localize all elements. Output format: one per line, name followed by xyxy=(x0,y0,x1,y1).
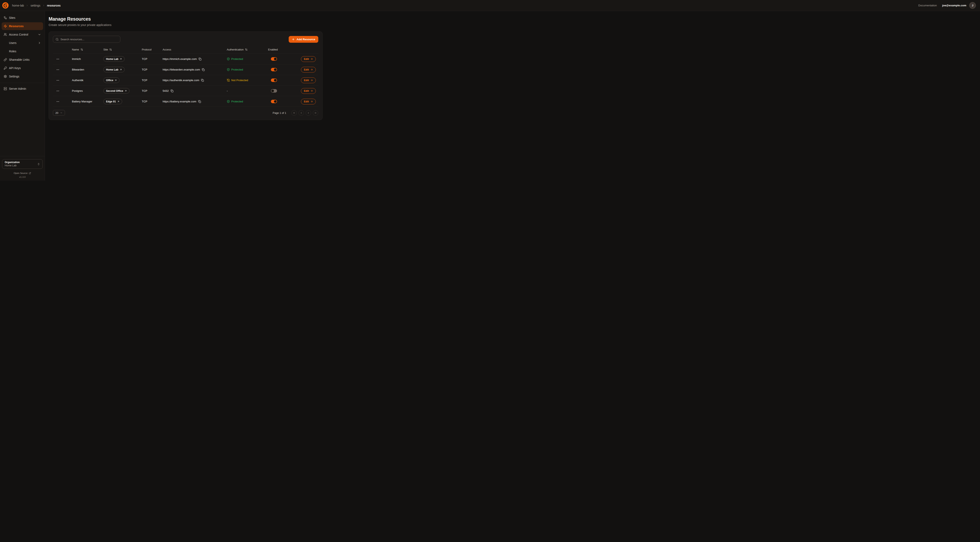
sidebar-item-resources[interactable]: Resources xyxy=(2,22,43,30)
arrow-right-icon xyxy=(310,68,313,71)
users-icon xyxy=(4,33,7,36)
page-info: Page 1 of 1 xyxy=(273,112,286,115)
resource-name: Authentik xyxy=(72,79,103,82)
shield-check-icon xyxy=(227,57,230,61)
organization-selector[interactable]: Organization Home Lab xyxy=(2,159,43,169)
arrow-up-right-icon xyxy=(117,100,119,103)
add-resource-button[interactable]: Add Resource xyxy=(289,36,318,43)
ellipsis-icon xyxy=(56,89,59,92)
resource-name: Immich xyxy=(72,57,103,61)
enabled-toggle[interactable] xyxy=(271,78,277,82)
edit-button[interactable]: Edit xyxy=(301,99,316,104)
search-input[interactable] xyxy=(60,38,118,41)
previous-page-button[interactable] xyxy=(299,110,304,116)
site-link-button[interactable]: Home Lab xyxy=(103,67,125,72)
link-icon xyxy=(4,58,7,61)
ellipsis-icon xyxy=(56,79,59,82)
row-menu-button[interactable] xyxy=(55,88,60,94)
last-page-button[interactable] xyxy=(313,110,318,116)
edit-button[interactable]: Edit xyxy=(301,88,316,94)
search-icon xyxy=(56,38,59,41)
resource-name: Bitwarden xyxy=(72,68,103,71)
sidebar-item-label: Users xyxy=(9,41,16,45)
sidebar-item-server-admin[interactable]: Server Admin xyxy=(2,85,43,92)
ellipsis-icon xyxy=(56,57,59,61)
enabled-toggle[interactable] xyxy=(271,68,277,71)
sidebar-item-label: Access Control xyxy=(9,33,28,36)
copy-icon[interactable] xyxy=(202,68,205,71)
pagination: Page 1 of 1 xyxy=(273,110,318,116)
sidebar: Sites Resources Access Control Users Rol… xyxy=(0,11,45,181)
plus-icon xyxy=(292,38,295,41)
organization-value: Home Lab xyxy=(5,164,20,167)
sidebar-item-api-keys[interactable]: API Keys xyxy=(2,64,43,72)
edit-button[interactable]: Edit xyxy=(301,78,316,83)
copy-icon[interactable] xyxy=(199,57,201,61)
row-menu-button[interactable] xyxy=(55,78,60,83)
enabled-toggle[interactable] xyxy=(271,89,277,92)
sort-icon[interactable] xyxy=(81,48,83,51)
chevron-down-icon xyxy=(38,33,41,36)
open-source-link[interactable]: Open Source xyxy=(2,172,43,174)
top-bar: home-lab settings resources Documentatio… xyxy=(0,0,327,11)
breadcrumb-org[interactable]: home-lab xyxy=(12,4,24,7)
enabled-toggle[interactable] xyxy=(271,100,277,103)
organization-label: Organization xyxy=(5,161,20,164)
sort-icon[interactable] xyxy=(245,48,248,51)
sidebar-item-settings[interactable]: Settings xyxy=(2,73,43,80)
sidebar-item-sites[interactable]: Sites xyxy=(2,14,43,22)
app-shell: Sites Resources Access Control Users Rol… xyxy=(0,0,327,181)
table-row: Bitwarden Home Lab TCP https://bitwarden… xyxy=(53,64,318,75)
first-page-button[interactable] xyxy=(291,110,297,116)
edit-button[interactable]: Edit xyxy=(301,67,316,73)
resource-name: Battery Manager xyxy=(72,100,103,103)
sidebar-item-label: Settings xyxy=(9,75,19,78)
row-menu-button[interactable] xyxy=(55,56,60,62)
enabled-toggle[interactable] xyxy=(271,57,277,61)
pangolin-logo-icon[interactable] xyxy=(2,2,9,9)
key-icon xyxy=(4,67,7,70)
breadcrumb-settings[interactable]: settings xyxy=(30,4,40,7)
table-row: Authentik Office TCP https://authentik.e… xyxy=(53,75,318,86)
arrow-up-right-icon xyxy=(125,90,127,92)
site-name: Home Lab xyxy=(106,57,118,61)
arrow-right-icon xyxy=(310,79,313,81)
copy-icon[interactable] xyxy=(170,89,173,92)
row-menu-button[interactable] xyxy=(55,67,60,72)
auth-status: Protected xyxy=(227,68,268,71)
external-link-icon xyxy=(29,172,31,174)
site-link-button[interactable]: Edge 01 xyxy=(103,99,122,104)
site-link-button[interactable]: Second Office xyxy=(103,88,129,94)
arrow-up-right-icon xyxy=(120,58,122,60)
arrow-right-icon xyxy=(310,89,313,92)
sidebar-item-label: Server Admin xyxy=(9,87,26,90)
sidebar-item-roles[interactable]: Roles xyxy=(2,48,43,55)
ellipsis-icon xyxy=(56,100,59,103)
gear-icon xyxy=(4,75,7,78)
breadcrumb: home-lab settings resources xyxy=(12,4,60,7)
chevron-right-icon xyxy=(26,4,29,7)
access-url: https://battery.example.com xyxy=(162,100,196,103)
next-page-button[interactable] xyxy=(305,110,311,116)
protocol-value: TCP xyxy=(142,100,162,103)
sidebar-item-access-control[interactable]: Access Control xyxy=(2,31,43,38)
row-menu-button[interactable] xyxy=(55,99,60,104)
site-link-button[interactable]: Home Lab xyxy=(103,56,125,62)
page-title: Manage Resources xyxy=(49,16,323,22)
app-version: v1.3.0 xyxy=(2,176,43,178)
sidebar-item-shareable-links[interactable]: Shareable Links xyxy=(2,56,43,64)
copy-icon[interactable] xyxy=(201,79,204,82)
sort-icon[interactable] xyxy=(109,48,112,51)
auth-status: Protected xyxy=(227,57,268,61)
main-content: Manage Resources Create secure proxies t… xyxy=(45,11,327,181)
access-url: https://immich.example.com xyxy=(162,57,197,61)
copy-icon[interactable] xyxy=(198,100,201,103)
chevrons-left-icon xyxy=(293,112,296,114)
page-size-select[interactable]: 20 xyxy=(53,110,65,116)
protocol-value: TCP xyxy=(142,89,162,92)
sidebar-item-users[interactable]: Users xyxy=(2,39,43,47)
site-link-button[interactable]: Office xyxy=(103,78,119,83)
arrow-up-right-icon xyxy=(115,79,117,81)
header-name: Name xyxy=(72,48,103,51)
edit-button[interactable]: Edit xyxy=(301,56,316,62)
